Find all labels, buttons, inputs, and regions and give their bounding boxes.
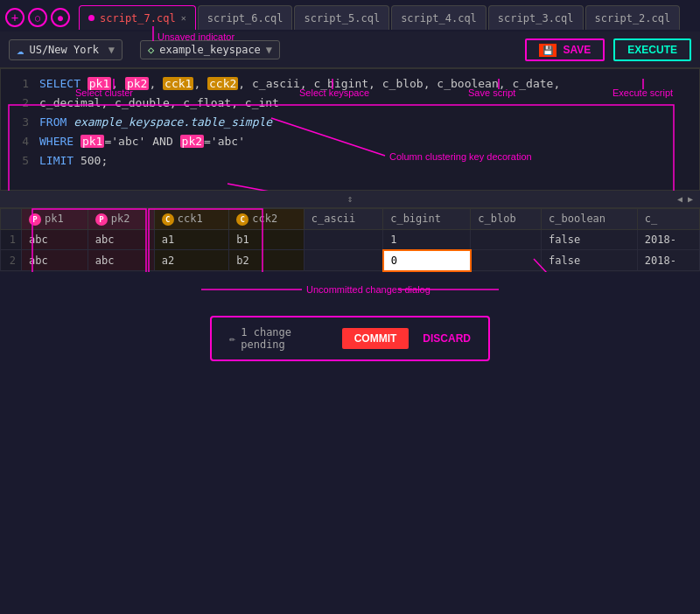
col-header-cascii[interactable]: c_ascii	[304, 209, 382, 230]
pk-icon-pk2: P	[95, 213, 108, 226]
col-header-c[interactable]: c_	[637, 209, 699, 230]
cell-row1-cboolean[interactable]: false	[542, 229, 638, 250]
scroll-arrows[interactable]: ◀ ▶	[677, 194, 693, 204]
resize-icon: ⇕	[347, 193, 354, 205]
tab-script4[interactable]: script_4.cql	[391, 5, 486, 30]
col-header-pk2[interactable]: Ppk2	[88, 209, 154, 230]
tab-script5[interactable]: script_5.cql	[294, 5, 389, 30]
cell-row2-cck2[interactable]: b2	[229, 250, 304, 271]
open-script-button[interactable]: ◯	[28, 8, 47, 27]
close-tab-button[interactable]: ✕	[181, 13, 186, 23]
cell-row2-pk2[interactable]: abc	[88, 250, 154, 271]
cell-row1-cascii[interactable]	[304, 229, 382, 250]
pk-icon-pk1: P	[29, 213, 41, 226]
cell-row1-c[interactable]: 2018-	[637, 229, 699, 250]
cell-row2-cck1[interactable]: a2	[154, 250, 229, 271]
keyspace-icon: ◇	[148, 44, 154, 56]
dialog-label-svg: Uncommitted changes dialog	[201, 281, 499, 298]
code-line-3: 3 FROM example_keyspace.table_simple	[1, 113, 699, 132]
tab-script2[interactable]: script_2.cql	[585, 5, 681, 30]
ann-uncommitted-dialog: Uncommitted changes dialog	[306, 284, 430, 295]
cell-row2-cbigint[interactable]	[383, 250, 471, 271]
save-button[interactable]: 💾 SAVE	[525, 38, 605, 61]
cell-row2-c[interactable]: 2018-	[637, 250, 699, 271]
tab-label-script5: script_5.cql	[304, 12, 380, 24]
row-num-1: 1	[1, 229, 22, 250]
cluster-select[interactable]: ☁ US/New York ▼	[9, 39, 122, 60]
cell-row1-cblob[interactable]	[471, 229, 542, 250]
col-header-cbigint[interactable]: c_bigint	[383, 209, 471, 230]
tab-label-script2: script_2.cql	[595, 12, 671, 24]
uncommitted-changes-dialog: ✏ 1 change pending COMMIT DISCARD	[210, 316, 490, 361]
col-header-cck1[interactable]: Ccck1	[154, 209, 229, 230]
cloud-icon: ☁	[17, 43, 24, 57]
cell-row1-cck2[interactable]: b1	[229, 229, 304, 250]
pending-text-area: ✏ 1 change pending	[229, 326, 328, 351]
tab-label-script6: script_6.cql	[207, 12, 284, 24]
pending-count: 1 change pending	[241, 326, 327, 351]
code-editor[interactable]: 1 SELECT pk1, pk2, cck1, cck2, c_ascii, …	[0, 68, 700, 191]
execute-button[interactable]: EXECUTE	[613, 38, 691, 61]
cluster-value: US/New York	[29, 44, 98, 56]
tab-icon-group: + ◯ ●	[5, 8, 70, 27]
cell-editor-input[interactable]	[391, 255, 439, 267]
cck-icon-cck2: C	[236, 213, 248, 226]
cell-row1-cck1[interactable]: a1	[154, 229, 229, 250]
col-header-cck2[interactable]: Ccck2	[229, 209, 304, 230]
pencil-icon: ✏	[229, 332, 235, 345]
cck-icon-cck1: C	[162, 213, 174, 226]
code-line-5: 5 LIMIT 500;	[1, 151, 699, 171]
cell-row1-pk1[interactable]: abc	[22, 229, 88, 250]
show-history-button[interactable]: ●	[51, 8, 70, 27]
row-num-2: 2	[1, 250, 22, 271]
cell-row2-cblob[interactable]	[471, 250, 542, 271]
table-header-row: Ppk1 Ppk2 Ccck1 Ccck2 c_ascii c_bigint c…	[1, 209, 700, 230]
cell-row2-cboolean[interactable]: false	[542, 250, 638, 271]
table-row: 2 abc abc a2 b2 false 2018-	[1, 250, 700, 271]
table-row: 1 abc abc a1 b1 1 false 2018-	[1, 229, 700, 250]
commit-button[interactable]: COMMIT	[342, 328, 410, 349]
discard-button[interactable]: DISCARD	[423, 332, 471, 345]
toolbar: ☁ US/New York ▼ ◇ example_keyspace ▼ 💾 S…	[0, 31, 700, 68]
tab-bar: + ◯ ● script_7.cql ✕ script_6.cql script…	[0, 0, 700, 31]
cell-row2-pk1[interactable]: abc	[22, 250, 88, 271]
keyspace-dropdown-arrow: ▼	[266, 44, 272, 56]
keyspace-select[interactable]: ◇ example_keyspace ▼	[140, 40, 280, 59]
col-header-cboolean[interactable]: c_boolean	[542, 209, 638, 230]
results-table: Ppk1 Ppk2 Ccck1 Ccck2 c_ascii c_bigint c…	[0, 208, 700, 272]
bottom-area: Uncommitted changes dialog ✏ 1 change pe…	[0, 272, 700, 377]
new-tab-button[interactable]: +	[5, 8, 24, 27]
tab-script6[interactable]: script_6.cql	[198, 5, 293, 30]
results-header: ⇕ ◀ ▶	[0, 191, 700, 208]
tab-script7[interactable]: script_7.cql ✕	[79, 5, 196, 30]
cell-row1-pk2[interactable]: abc	[88, 229, 154, 250]
keyspace-value: example_keyspace	[159, 44, 261, 56]
col-header-rownum	[1, 209, 22, 230]
cluster-dropdown-arrow: ▼	[108, 44, 115, 56]
tab-label-script4: script_4.cql	[401, 12, 477, 24]
unsaved-dot	[88, 15, 94, 21]
cell-row2-cascii[interactable]	[304, 250, 382, 271]
save-icon: 💾	[539, 44, 556, 57]
col-header-pk1[interactable]: Ppk1	[22, 209, 88, 230]
tab-label-script3: script_3.cql	[498, 12, 574, 24]
col-header-cblob[interactable]: c_blob	[471, 209, 542, 230]
tab-label-script7: script_7.cql	[100, 12, 176, 24]
tab-script3[interactable]: script_3.cql	[488, 5, 584, 30]
code-line-4: 4 WHERE pk1='abc' AND pk2='abc'	[1, 132, 699, 151]
cell-row1-cbigint[interactable]: 1	[383, 229, 471, 250]
code-line-2: 2 c_decimal, c_double, c_float, c_int	[1, 94, 699, 113]
code-line-1: 1 SELECT pk1, pk2, cck1, cck2, c_ascii, …	[1, 74, 699, 94]
